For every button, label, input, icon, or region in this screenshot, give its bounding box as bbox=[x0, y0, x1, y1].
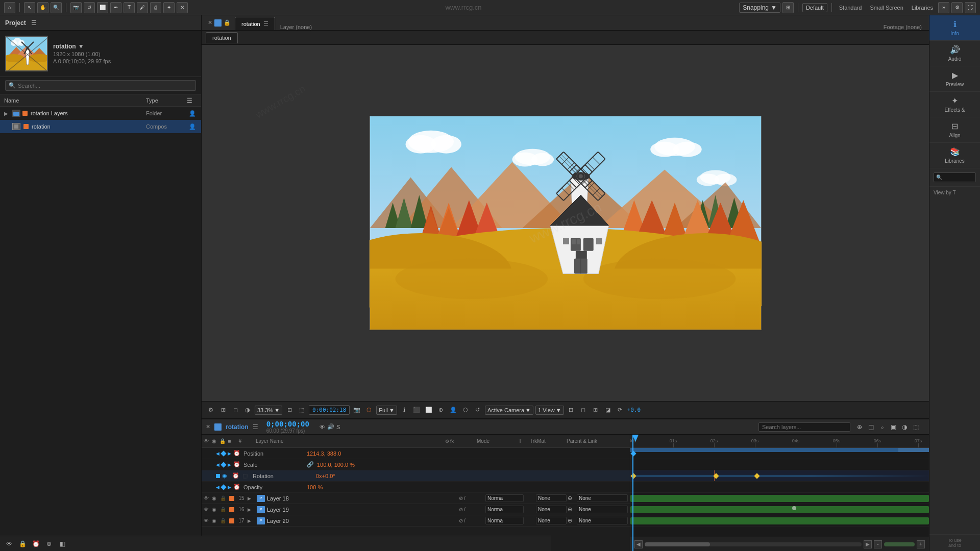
layer15-solo[interactable]: ◉ bbox=[212, 495, 219, 501]
comp-lock-icon[interactable]: 🔒 bbox=[224, 19, 231, 26]
vc-refresh-btn[interactable]: ⟳ bbox=[615, 405, 625, 415]
project-menu-btn[interactable]: ☰ bbox=[30, 19, 38, 27]
fullscreen-btn[interactable]: ⛶ bbox=[965, 2, 976, 13]
vc-region-btn[interactable]: ⬚ bbox=[297, 405, 307, 415]
select-tool[interactable]: ↖ bbox=[24, 2, 35, 13]
zoom-dropdown[interactable]: 33.3% ▼ bbox=[255, 406, 282, 415]
vc-hdr-btn[interactable]: ◻ bbox=[578, 405, 589, 415]
layer17-link-select[interactable]: None bbox=[577, 517, 628, 524]
layer17-solo[interactable]: ◉ bbox=[212, 518, 219, 523]
opacity-kf-next[interactable]: ▶ bbox=[228, 485, 231, 490]
libraries-top-label[interactable]: Libraries bbox=[909, 5, 936, 11]
info-panel-btn[interactable]: ℹ Info bbox=[929, 15, 980, 41]
layer15-lock[interactable]: 🔒 bbox=[220, 495, 227, 501]
camera-tool[interactable]: 📷 bbox=[70, 2, 82, 13]
workspace-dropdown[interactable]: Default bbox=[802, 3, 827, 12]
layer15-expand[interactable]: ▶ bbox=[248, 496, 255, 501]
opacity-value[interactable]: 100 % bbox=[307, 484, 323, 490]
project-search-input[interactable] bbox=[18, 83, 192, 89]
small-screen-label[interactable]: Small Screen bbox=[867, 5, 906, 11]
scale-link-icon[interactable]: 🔗 bbox=[307, 461, 315, 468]
scale-value[interactable]: 100.0, 100.0 % bbox=[317, 462, 355, 468]
effects-panel-btn[interactable]: ✦ Effects & bbox=[929, 92, 980, 117]
track-panel[interactable]: 00s 01s 02s 03s 04s 05s 06s bbox=[630, 435, 929, 551]
vc-camera-btn[interactable]: 📷 bbox=[352, 405, 362, 415]
zoom-slider[interactable] bbox=[884, 542, 915, 546]
layer16-lock[interactable]: 🔒 bbox=[220, 507, 227, 512]
vc-person-btn[interactable]: 👤 bbox=[448, 405, 458, 415]
table-menu-btn[interactable]: ☰ bbox=[187, 97, 197, 104]
view-dropdown[interactable]: Active Camera ▼ bbox=[485, 406, 533, 415]
rot-kf-1[interactable] bbox=[630, 473, 636, 479]
scrollbar-track[interactable] bbox=[645, 542, 862, 546]
snapping-control[interactable]: Snapping ▼ bbox=[739, 3, 780, 13]
audio-panel-btn[interactable]: 🔊 Audio bbox=[929, 41, 980, 66]
work-area-bar[interactable] bbox=[630, 448, 898, 452]
pen-tool[interactable]: ✒ bbox=[110, 2, 121, 13]
layer16-eye[interactable]: 👁 bbox=[204, 507, 211, 512]
layer17-expand[interactable]: ▶ bbox=[248, 518, 255, 523]
zoom-out-btn[interactable]: - bbox=[874, 540, 882, 548]
close-tool[interactable]: ✕ bbox=[177, 2, 188, 13]
vc-stereo-btn[interactable]: ⊟ bbox=[566, 405, 576, 415]
vc-fit-btn[interactable]: ⊡ bbox=[284, 405, 295, 415]
tl-paint-btn[interactable]: ◑ bbox=[899, 422, 910, 432]
quality-dropdown[interactable]: Full ▼ bbox=[376, 406, 397, 415]
tl-effects-btn[interactable]: ⬚ bbox=[911, 422, 921, 432]
project-comp-row[interactable]: rotation Compos 👤 bbox=[0, 120, 201, 133]
timeline-timecode[interactable]: 0;00;00;00 bbox=[266, 420, 309, 428]
layer16-mode-select[interactable]: Norma bbox=[485, 506, 524, 513]
layer16-solo[interactable]: ◉ bbox=[212, 507, 219, 512]
sidebar-search-input[interactable] bbox=[934, 172, 976, 182]
rotation-value[interactable]: 0x+0.0° bbox=[316, 473, 335, 479]
vc-grid2-btn[interactable]: ⊕ bbox=[436, 405, 446, 415]
vc-info-btn[interactable]: ℹ bbox=[399, 405, 409, 415]
position-keyframe[interactable] bbox=[220, 450, 226, 456]
vc-color-btn[interactable]: ⬡ bbox=[364, 405, 374, 415]
layer17-solo-switch[interactable]: ⊘ bbox=[459, 518, 463, 523]
layer16-expand[interactable]: ▶ bbox=[248, 507, 255, 512]
opacity-keyframe[interactable] bbox=[220, 484, 226, 490]
timeline-close-btn[interactable]: ✕ bbox=[206, 423, 210, 430]
kf-next-btn[interactable]: ▶ bbox=[228, 451, 231, 456]
layer-row-15[interactable]: 👁 ◉ 🔒 15 ▶ P Layer 18 ⊘ / Norma bbox=[202, 493, 630, 504]
align-panel-btn[interactable]: ⊟ Align bbox=[929, 117, 980, 143]
opacity-kf-prev[interactable]: ◀ bbox=[216, 485, 219, 490]
work-area-end[interactable] bbox=[898, 448, 929, 452]
stamp-tool[interactable]: ⎙ bbox=[150, 2, 161, 13]
layer-row-16[interactable]: 👁 ◉ 🔒 16 ▶ P Layer 19 ⊘ / Norma bbox=[202, 504, 630, 515]
layer15-solo-switch[interactable]: ⊘ bbox=[459, 495, 463, 501]
comp-tab-menu[interactable]: ☰ bbox=[263, 20, 268, 27]
puppet-tool[interactable]: ✦ bbox=[163, 2, 175, 13]
project-folder-row[interactable]: ▶ rotation Layers Folder 👤 bbox=[0, 107, 201, 120]
tl-anim-btn[interactable]: ▣ bbox=[888, 422, 898, 432]
hand-tool[interactable]: ✋ bbox=[37, 2, 48, 13]
zoom-in-btn[interactable]: + bbox=[917, 540, 925, 548]
vc-measure-btn[interactable]: ⊞ bbox=[591, 405, 601, 415]
layer16-solo-switch[interactable]: ⊘ bbox=[459, 507, 463, 512]
layer-row-17[interactable]: 👁 ◉ 🔒 17 ▶ P Layer 20 ⊘ / Norma bbox=[202, 515, 630, 527]
scale-kf-next[interactable]: ▶ bbox=[228, 462, 231, 467]
standard-label[interactable]: Standard bbox=[836, 5, 865, 11]
expand-icon[interactable]: ▶ bbox=[4, 111, 10, 116]
scroll-left-btn[interactable]: ◀ bbox=[634, 540, 643, 548]
grid-btn[interactable]: ⊞ bbox=[782, 2, 794, 13]
position-value[interactable]: 1214.3, 388.0 bbox=[307, 450, 341, 457]
layer17-eye[interactable]: 👁 bbox=[204, 518, 211, 523]
composition-tab[interactable]: rotation ☰ bbox=[235, 17, 275, 30]
tl-solo-icon[interactable]: S bbox=[336, 424, 340, 430]
layer16-paint-switch[interactable]: / bbox=[464, 507, 465, 512]
tl-graph-btn[interactable]: ◫ bbox=[866, 422, 876, 432]
vc-transparency-btn[interactable]: ◪ bbox=[603, 405, 613, 415]
scale-keyframe[interactable] bbox=[220, 462, 226, 467]
kf-prev-btn[interactable]: ◀ bbox=[216, 451, 219, 456]
vc-export-btn[interactable]: ⬜ bbox=[424, 405, 434, 415]
layer16-link-select[interactable]: None bbox=[577, 506, 628, 513]
rotate-tool[interactable]: ↺ bbox=[84, 2, 95, 13]
libraries-panel-btn[interactable]: 📚 Libraries bbox=[929, 143, 980, 168]
extend-btn[interactable]: » bbox=[938, 2, 949, 13]
layer15-eye[interactable]: 👁 bbox=[204, 495, 211, 501]
vc-render-btn[interactable]: ⚙ bbox=[206, 405, 216, 415]
tl-eye-icon[interactable]: 👁 bbox=[320, 424, 325, 430]
scrollbar-thumb[interactable] bbox=[645, 542, 710, 546]
